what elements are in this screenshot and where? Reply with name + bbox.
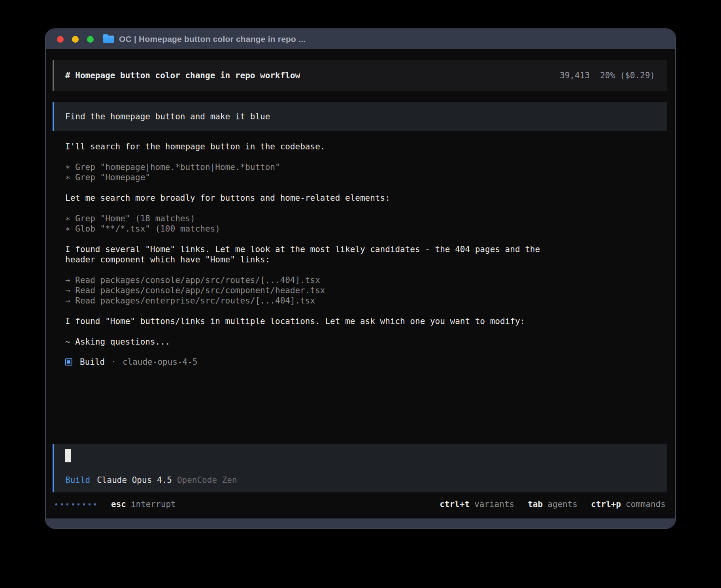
agent-separator: · <box>111 357 116 367</box>
session-stats: 39,41320% ($0.29) <box>560 71 655 80</box>
agent-model: claude-opus-4-5 <box>123 357 198 367</box>
traffic-lights <box>57 36 94 43</box>
model-status-row: Build Claude Opus 4.5 OpenCode Zen <box>65 475 667 485</box>
conversation-area[interactable]: # Homepage button color change in repo w… <box>53 49 667 367</box>
tool-call-group: → Read packages/console/app/src/routes/[… <box>53 275 667 306</box>
shortcut-key: esc <box>111 499 126 509</box>
tool-call-read: → Read packages/console/app/src/componen… <box>65 285 667 296</box>
user-message-text: Find the homepage button and make it blu… <box>65 112 270 121</box>
shortcut-commands: ctrl+p commands <box>591 499 666 509</box>
minimize-button[interactable] <box>72 36 79 43</box>
agent-mode-label[interactable]: Build <box>65 475 90 485</box>
assistant-status: ~ Asking questions... <box>53 337 667 347</box>
agent-name: Build <box>80 357 105 367</box>
token-count: 39,413 <box>560 71 590 80</box>
shortcut-key: ctrl+t <box>440 499 470 509</box>
folder-icon <box>103 36 114 43</box>
provider-name: OpenCode Zen <box>177 475 237 485</box>
tool-call-grep: ∗ Grep "Home" (18 matches) <box>65 213 667 224</box>
shortcut-label: agents <box>547 499 578 509</box>
model-name[interactable]: Claude Opus 4.5 <box>97 475 172 485</box>
maximize-button[interactable] <box>87 36 94 43</box>
assistant-paragraph: I found "Home" buttons/links in multiple… <box>53 316 667 326</box>
tool-call-group: ∗ Grep "homepage|home.*button|Home.*butt… <box>53 162 667 183</box>
shortcut-agents: tab agents <box>528 499 578 509</box>
titlebar: OC | Homepage button color change in rep… <box>46 29 675 49</box>
tool-call-grep: ∗ Grep "homepage|home.*button|Home.*butt… <box>65 162 667 172</box>
agent-icon <box>65 358 72 366</box>
shortcut-key: ctrl+p <box>591 499 621 509</box>
session-header: # Homepage button color change in repo w… <box>53 60 667 91</box>
terminal-window: OC | Homepage button color change in rep… <box>45 28 676 529</box>
tool-call-glob: ∗ Glob "**/*.tsx" (100 matches) <box>65 224 667 234</box>
assistant-paragraph: I found several "Home" links. Let me loo… <box>53 244 667 265</box>
shortcut-label: commands <box>626 499 666 509</box>
shortcut-variants: ctrl+t variants <box>440 499 514 509</box>
status-bar-left: esc interrupt <box>55 499 176 509</box>
tool-call-grep: ∗ Grep "Homepage" <box>65 172 667 183</box>
assistant-paragraph: I'll search for the homepage button in t… <box>53 141 667 152</box>
assistant-paragraph: Let me search more broadly for buttons a… <box>53 193 667 203</box>
terminal-content: # Homepage button color change in repo w… <box>46 49 675 518</box>
status-bar-right: ctrl+t variants tab agents ctrl+p comman… <box>440 499 666 509</box>
close-button[interactable] <box>57 36 64 43</box>
shortcut-label: interrupt <box>131 499 176 509</box>
shortcut-key: tab <box>528 499 543 509</box>
user-message: Find the homepage button and make it blu… <box>53 102 667 131</box>
window-title: OC | Homepage button color change in rep… <box>119 34 306 44</box>
status-bar: esc interrupt ctrl+t variants tab agents… <box>53 492 667 518</box>
tool-call-read: → Read packages/enterprise/src/routes/[.… <box>65 296 667 306</box>
bottom-panel: Build Claude Opus 4.5 OpenCode Zen esc i… <box>53 444 667 518</box>
shortcut-interrupt: esc interrupt <box>111 499 176 509</box>
prompt-input[interactable]: Build Claude Opus 4.5 OpenCode Zen <box>53 444 667 492</box>
tool-call-read: → Read packages/console/app/src/routes/[… <box>65 275 667 285</box>
agent-badge-row: Build · claude-opus-4-5 <box>53 357 667 367</box>
context-cost: 20% ($0.29) <box>600 71 655 80</box>
session-title: # Homepage button color change in repo w… <box>65 71 300 80</box>
shortcut-label: variants <box>474 499 514 509</box>
tool-call-group: ∗ Grep "Home" (18 matches) ∗ Glob "**/*.… <box>53 213 667 234</box>
text-cursor <box>65 449 71 462</box>
window-bottom-strip <box>46 518 675 528</box>
spinner-dots <box>55 503 96 505</box>
